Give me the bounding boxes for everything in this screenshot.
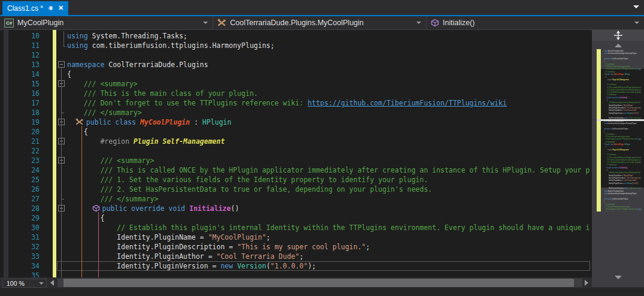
method-icon — [431, 19, 439, 27]
code-segment: // Establish this plugin's internal Iden… — [67, 223, 589, 232]
code-segment: MyCoolPlugin — [140, 118, 190, 126]
code-segment: ); — [638, 182, 639, 185]
code-segment: Version — [237, 262, 266, 270]
line-number: 17 — [11, 98, 40, 108]
code-line[interactable]: { — [67, 127, 88, 137]
code-segment: /// </summary> — [604, 210, 615, 212]
code-line[interactable]: /// <summary> — [67, 156, 154, 165]
line-number: 26 — [11, 185, 40, 194]
code-segment: /// Don't forget to use the TTPlugins re… — [67, 99, 308, 107]
line-number: 29 — [11, 213, 40, 223]
code-line[interactable]: Identity.PluginAuthor = "Cool Terraria D… — [67, 252, 304, 261]
code-line[interactable]: #region Plugin Self-Management — [67, 137, 225, 146]
minimap-change-bar — [597, 49, 601, 212]
code-segment: "1.0.0.0" — [270, 262, 307, 270]
code-segment — [233, 262, 237, 270]
code-folding-margin[interactable]: −−−−−− — [58, 30, 66, 277]
line-number: 34 — [11, 261, 40, 271]
code-segment: Version — [627, 182, 632, 185]
code-segment: Initialize — [621, 96, 626, 99]
code-segment: "MyCoolPlugin" — [208, 233, 266, 241]
code-line[interactable]: { — [67, 70, 71, 79]
code-line[interactable]: /// 2. Set HasPersistentData to true or … — [67, 185, 432, 194]
code-line[interactable]: /// 1. Set the various fields of the Ide… — [67, 175, 428, 185]
code-line[interactable]: /// This is the main class of your plugi… — [67, 89, 258, 98]
code-segment: "Cool Terraria Dude" — [216, 252, 299, 261]
code-segment: com.tiberiumfusion.ttplugins.HarmonyPlug… — [88, 41, 275, 50]
type-dropdown-label: CoolTerrariaDude.Plugins.MyCoolPlugin — [230, 19, 364, 27]
chevron-down-icon — [416, 22, 421, 24]
code-segment: /// This is called ONCE by the HPlugin a… — [67, 166, 589, 174]
horizontal-scrollbar[interactable] — [58, 279, 582, 287]
code-segment: Plugin Self-Management — [612, 78, 629, 81]
code-segment: System.Threading.Tasks; — [88, 32, 188, 40]
code-line: namespace CoolTerrariaDude.Plugins — [604, 128, 628, 130]
minimap-scrollbar[interactable]: using System.Threading.Tasks;using com.t… — [592, 30, 644, 287]
code-segment: MyCoolPlugin — [614, 73, 624, 75]
pin-icon[interactable] — [47, 5, 54, 11]
code-segment: () — [231, 204, 239, 213]
code-line[interactable]: /// Don't forget to use the TTPlugins re… — [67, 98, 507, 108]
code-segment: https://github.com/TiberiumFusion/TTPlug… — [308, 99, 507, 107]
code-line[interactable]: Identity.PluginVersion = new Version("1.… — [67, 261, 316, 271]
minimap-code-copy: using System.Threading.Tasks;using com.t… — [604, 189, 641, 212]
fold-connector — [61, 199, 64, 200]
code-line[interactable]: public class MyCoolPlugin : HPlugin — [67, 117, 231, 127]
code-segment: Identity.PluginName = — [67, 233, 208, 241]
code-editor[interactable]: 1011121314151617181920212223242526272829… — [0, 30, 592, 277]
member-dropdown[interactable]: Initialize() — [427, 16, 644, 29]
code-segment: CoolTerrariaDude.Plugins — [611, 197, 628, 200]
code-line: #region Plugin Self-Management — [604, 148, 629, 150]
code-segment: com.tiberiumfusion.ttplugins.HarmonyPlug… — [607, 192, 637, 195]
code-line[interactable]: public override void Initialize() — [67, 204, 239, 213]
editor-splitter-handle[interactable] — [592, 30, 644, 41]
scroll-down-icon[interactable] — [615, 276, 622, 279]
type-dropdown[interactable]: CoolTerrariaDude.Plugins.MyCoolPlugin — [213, 16, 427, 29]
code-segment: /// </summary> — [67, 195, 158, 203]
code-line: Identity.PluginVersion = new Version("1.… — [604, 182, 639, 184]
code-segment: () — [626, 96, 627, 99]
code-text-area[interactable]: using System.Threading.Tasks;using com.t… — [67, 30, 592, 277]
close-icon[interactable]: ✕ — [58, 4, 64, 12]
scroll-left-icon[interactable] — [50, 280, 54, 286]
fold-connector — [61, 113, 64, 113]
code-line[interactable]: /// </summary> — [67, 108, 142, 117]
code-segment: https://github.com/TiberiumFusion/TTPlug… — [638, 68, 641, 71]
line-number: 22 — [11, 146, 40, 156]
code-segment: MyCoolPlugin — [614, 143, 624, 146]
code-segment: using — [67, 41, 88, 50]
code-line[interactable]: /// <summary> — [67, 79, 138, 89]
code-segment: "1.0.0.0" — [633, 182, 638, 185]
code-line[interactable]: Identity.PluginName = "MyCoolPlugin"; — [67, 232, 270, 242]
tab-strip: Class1.cs * ✕ — [0, 0, 644, 15]
code-line[interactable]: using System.Threading.Tasks; — [67, 31, 188, 41]
code-segment: public class — [606, 73, 614, 75]
code-segment: Identity.PluginVersion = — [604, 111, 624, 114]
code-segment: Version — [627, 111, 632, 114]
scroll-up-icon[interactable] — [615, 44, 622, 47]
line-number: 16 — [11, 89, 40, 98]
tab-list-dropdown-icon[interactable] — [633, 5, 639, 8]
navigation-bar: C# MyCoolPlugin CoolTerrariaDude.Plugins… — [0, 16, 644, 30]
code-line[interactable]: // Establish this plugin's internal Iden… — [67, 223, 589, 232]
code-line[interactable]: /// </summary> — [67, 194, 158, 204]
code-segment: "1.0.0.0" — [633, 111, 638, 114]
code-line[interactable]: Identity.PluginDescription = "This is my… — [67, 242, 370, 252]
minimap-code-copy: using System.Threading.Tasks;using com.t… — [604, 49, 641, 119]
code-line[interactable]: /// This is called ONCE by the HPlugin a… — [67, 165, 589, 175]
fold-toggle[interactable]: − — [58, 61, 65, 68]
project-dropdown[interactable]: C# MyCoolPlugin — [0, 16, 213, 29]
horizontal-scrollbar-thumb[interactable] — [64, 279, 574, 287]
code-line[interactable]: namespace CoolTerrariaDude.Plugins — [67, 60, 208, 70]
line-number: 19 — [11, 117, 40, 127]
code-segment: ); — [308, 262, 316, 270]
code-segment: Identity.PluginVersion = — [604, 182, 624, 185]
scroll-right-icon[interactable] — [585, 280, 588, 286]
code-segment: CoolTerrariaDude.Plugins — [611, 57, 628, 60]
code-segment: Identity.PluginAuthor = — [67, 252, 216, 261]
code-line: public class MyCoolPlugin : HPlugin — [604, 143, 630, 145]
line-number: 30 — [11, 223, 40, 232]
code-line[interactable]: using com.tiberiumfusion.ttplugins.Harmo… — [67, 41, 274, 50]
zoom-level-select[interactable]: 100 % — [2, 279, 47, 288]
tab-class1[interactable]: Class1.cs * ✕ — [2, 1, 68, 15]
